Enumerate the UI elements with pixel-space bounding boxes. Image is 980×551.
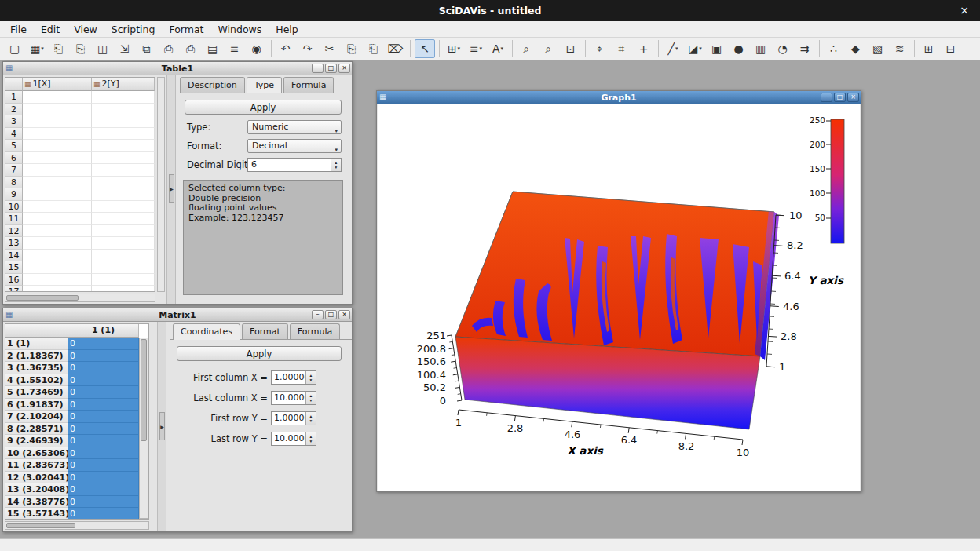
menu-format[interactable]: Format xyxy=(162,22,210,37)
maximize-icon[interactable]: □ xyxy=(325,310,337,319)
spin-down-icon[interactable]: ▾ xyxy=(310,418,313,423)
cell[interactable] xyxy=(23,213,92,225)
splitter-collapse-button[interactable]: ▶ xyxy=(159,412,165,440)
cell[interactable] xyxy=(23,201,92,213)
digits-spinbox[interactable]: 6 ▴▾ xyxy=(247,158,342,172)
app-close-icon[interactable]: × xyxy=(960,4,969,16)
tab-description[interactable]: Description xyxy=(180,77,245,93)
type-combobox[interactable]: Numeric ▾ xyxy=(247,120,342,134)
cell[interactable] xyxy=(92,237,155,250)
menu-windows[interactable]: Windows xyxy=(210,22,269,37)
plot-style-icon[interactable]: ◪▾ xyxy=(685,39,705,58)
cell[interactable] xyxy=(23,128,92,140)
cell-selected[interactable]: 0 xyxy=(68,386,139,399)
row-header[interactable]: 4 (1.55102) xyxy=(5,374,68,387)
draw-line-icon[interactable]: ╱▾ xyxy=(663,39,683,58)
cell[interactable] xyxy=(23,237,92,250)
cell-selected[interactable]: 0 xyxy=(68,399,139,411)
minimize-icon[interactable]: – xyxy=(312,64,324,73)
redo-icon[interactable]: ↷ xyxy=(298,39,318,58)
coordinate-spinbox[interactable]: 1.00000000 ▴▾ xyxy=(271,411,316,425)
row-header[interactable]: 12 xyxy=(5,225,23,238)
menu-scripting[interactable]: Scripting xyxy=(104,22,163,37)
row-header[interactable]: 14 xyxy=(5,250,23,262)
tab-formula[interactable]: Formula xyxy=(290,323,340,339)
tab-format[interactable]: Format xyxy=(242,323,288,339)
maximize-icon[interactable]: □ xyxy=(325,64,337,73)
cell[interactable] xyxy=(92,115,155,128)
row-header[interactable]: 11 (2.83673) xyxy=(5,459,68,472)
row-header[interactable]: 15 (3.57143) xyxy=(5,508,68,520)
cell[interactable] xyxy=(92,201,155,213)
cut-icon[interactable]: ✂ xyxy=(320,39,340,58)
print-all-icon[interactable]: ⎙ xyxy=(181,39,201,58)
row-header[interactable]: 5 xyxy=(5,140,23,152)
matrix-column-header[interactable]: 1 (1) xyxy=(68,324,139,338)
cell[interactable] xyxy=(92,250,155,262)
cell[interactable] xyxy=(23,274,92,286)
spin-down-icon[interactable]: ▾ xyxy=(335,165,338,170)
cell[interactable] xyxy=(92,91,155,104)
add-image-icon[interactable]: ▣ xyxy=(707,39,727,58)
scrollbar-thumb[interactable] xyxy=(141,339,147,441)
apply-button[interactable]: Apply xyxy=(185,100,342,115)
row-header[interactable]: 11 xyxy=(5,213,23,225)
add-table-icon[interactable]: ⊞ xyxy=(919,39,939,58)
horizontal-scrollbar[interactable] xyxy=(5,521,149,530)
row-header[interactable]: 7 xyxy=(5,164,23,177)
plot-pie-icon[interactable]: ◔ xyxy=(773,39,793,58)
splitter[interactable]: ▶ xyxy=(166,75,176,304)
cell[interactable] xyxy=(92,274,155,286)
row-header[interactable]: 14 (3.38776) xyxy=(5,496,68,509)
menu-view[interactable]: View xyxy=(67,22,104,37)
add-matrix-icon[interactable]: ⊟ xyxy=(941,39,961,58)
cell-selected[interactable]: 0 xyxy=(68,472,139,484)
row-header[interactable]: 8 (2.28571) xyxy=(5,423,68,436)
splitter-collapse-button[interactable]: ▶ xyxy=(169,174,174,203)
format-combobox[interactable]: Decimal ▾ xyxy=(247,139,342,153)
cell[interactable] xyxy=(92,188,155,201)
cell[interactable] xyxy=(23,164,92,177)
data-reader-icon[interactable]: ⌖ xyxy=(590,39,610,58)
zoom-out-icon[interactable]: ⌕ xyxy=(539,39,559,58)
cell[interactable] xyxy=(92,140,155,152)
plot-bars-icon[interactable]: ▥ xyxy=(751,39,771,58)
minimize-icon[interactable]: – xyxy=(821,93,832,102)
vertical-scrollbar[interactable] xyxy=(139,338,148,519)
close-icon[interactable]: × xyxy=(338,310,350,319)
cell-selected[interactable]: 0 xyxy=(68,338,139,350)
new-project-icon[interactable]: ▢ xyxy=(5,39,25,58)
minimize-icon[interactable]: – xyxy=(312,310,324,319)
plot3d-contour-icon[interactable]: ≋ xyxy=(890,39,910,58)
row-header[interactable]: 1 (1) xyxy=(5,338,68,350)
plot3d-scatter-icon[interactable]: ∴ xyxy=(824,39,844,58)
apply-button[interactable]: Apply xyxy=(177,346,342,361)
move-points-icon[interactable]: + xyxy=(634,39,654,58)
vertical-scrollbar[interactable] xyxy=(157,77,165,292)
cell-selected[interactable]: 0 xyxy=(68,374,139,387)
cell-selected[interactable]: 0 xyxy=(68,459,139,472)
cell-selected[interactable]: 0 xyxy=(68,483,139,496)
print-window-icon[interactable]: ⎙ xyxy=(159,39,179,58)
cell[interactable] xyxy=(92,213,155,225)
splitter[interactable]: ▶ xyxy=(157,322,166,531)
text-format-icon[interactable]: A▾ xyxy=(488,39,508,58)
open-project-icon[interactable]: ⎗ xyxy=(49,39,69,58)
cell[interactable] xyxy=(23,188,92,201)
cell[interactable] xyxy=(23,286,92,292)
duplicate-window-icon[interactable]: ⧉ xyxy=(137,39,157,58)
copy-icon[interactable]: ⎘ xyxy=(342,39,362,58)
cell[interactable] xyxy=(23,152,92,165)
coordinate-spinbox[interactable]: 10.0000000 ▴▾ xyxy=(271,391,316,405)
cell[interactable] xyxy=(23,104,92,116)
import-ascii-icon[interactable]: ⇲ xyxy=(115,39,135,58)
row-header[interactable]: 12 (3.02041) xyxy=(5,472,68,484)
row-header[interactable]: 9 (2.46939) xyxy=(5,435,68,447)
row-header[interactable]: 6 (1.91837) xyxy=(5,399,68,411)
undo-icon[interactable]: ↶ xyxy=(276,39,296,58)
lock-toolbars-icon[interactable]: ◉ xyxy=(247,39,267,58)
pointer-tool-icon[interactable]: ↖ xyxy=(415,39,435,58)
menu-help[interactable]: Help xyxy=(269,22,305,37)
row-header[interactable]: 1 xyxy=(5,91,23,104)
cell[interactable] xyxy=(23,261,92,274)
